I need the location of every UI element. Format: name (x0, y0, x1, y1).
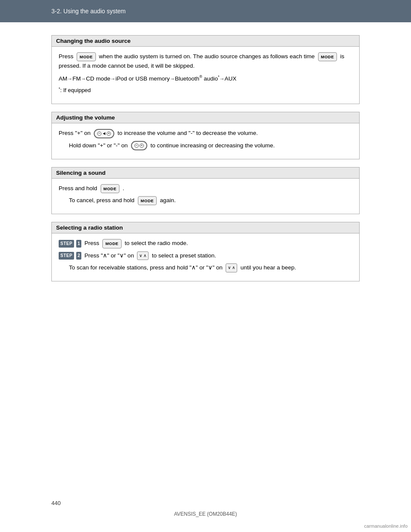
section-changing-audio-source: Changing the audio source Press MODE whe… (51, 35, 360, 104)
mode-button-icon-5: MODE (102, 239, 122, 248)
para-changing-1: Press MODE when the audio system is turn… (59, 52, 352, 71)
para-changing-2: AM→FM→CD mode→iPod or USB memory→Bluetoo… (59, 74, 352, 84)
section-content-changing-audio: Press MODE when the audio system is turn… (52, 47, 359, 104)
section-content-radio: STEP1 Press MODE to select the radio mod… (52, 233, 359, 281)
section-heading-silencing: Silencing a sound (52, 167, 359, 179)
vol-button-icon-2: − + (131, 141, 147, 150)
circle-plus-2: + (140, 143, 144, 148)
step-label-2: STEP (59, 252, 74, 260)
para-radio-scan: To scan for receivable stations, press a… (59, 263, 352, 272)
page-number: 440 (51, 500, 61, 506)
step-label-1: STEP (59, 240, 74, 248)
header-bar: 3-2. Using the audio system (0, 0, 411, 22)
mode-button-icon-2: MODE (318, 52, 337, 62)
para-radio-step2: STEP2 Press "∧" or "∨" on ∨ ∧ to select … (59, 251, 352, 260)
section-heading-changing-audio: Changing the audio source (52, 36, 359, 47)
section-heading-volume: Adjusting the volume (52, 112, 359, 123)
section-selecting-radio: Selecting a radio station STEP1 Press MO… (51, 222, 360, 281)
preset-button-icon-2: ∨ ∧ (226, 263, 237, 272)
mode-button-icon-1: MODE (77, 52, 96, 62)
para-volume-2: Hold down "+" or "-" on − + to continue … (59, 141, 352, 150)
circle-minus-2: − (134, 143, 139, 148)
section-content-volume: Press "+" on − ◀ + to increase the volum… (52, 123, 359, 159)
step-num-2: 2 (76, 252, 81, 260)
circle-plus: + (107, 132, 111, 136)
mode-button-icon-4: MODE (138, 196, 157, 206)
section-silencing-sound: Silencing a sound Press and hold MODE . … (51, 167, 360, 215)
para-footnote: *: If equipped (59, 86, 352, 95)
preset-button-icon-1: ∨ ∧ (137, 251, 149, 260)
section-adjusting-volume: Adjusting the volume Press "+" on − ◀ + … (51, 112, 360, 159)
vol-divider: ◀ (103, 131, 105, 136)
section-content-silencing: Press and hold MODE . To cancel, press a… (52, 179, 359, 214)
mode-button-icon-3: MODE (101, 184, 120, 194)
para-silencing-1: Press and hold MODE . (59, 184, 352, 193)
para-radio-step1: STEP1 Press MODE to select the radio mod… (59, 239, 352, 248)
step-num-1: 1 (76, 240, 81, 248)
vol-button-icon-1: − ◀ + (94, 129, 114, 138)
content-area: Changing the audio source Press MODE whe… (0, 22, 411, 306)
para-volume-1: Press "+" on − ◀ + to increase the volum… (59, 129, 352, 138)
circle-minus: − (97, 132, 101, 136)
section-heading-radio: Selecting a radio station (52, 222, 359, 233)
para-silencing-2: To cancel, press and hold MODE again. (59, 196, 352, 205)
watermark: carmanualonline.info (364, 523, 408, 529)
footer-text: AVENSIS_EE (OM20B44E) (0, 511, 411, 517)
header-title: 3-2. Using the audio system (51, 8, 126, 15)
